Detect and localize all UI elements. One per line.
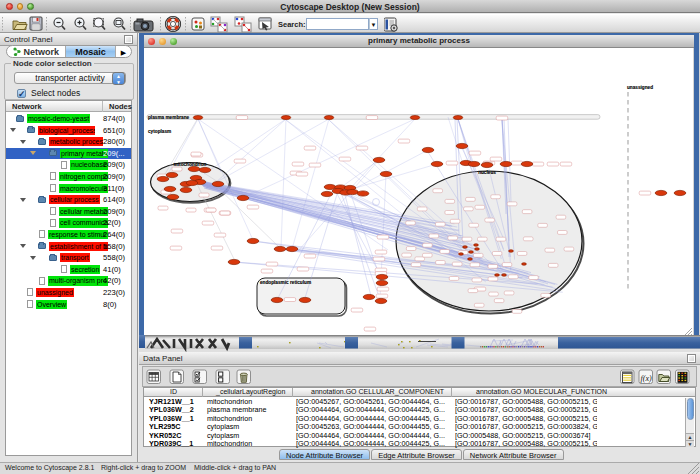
svg-text:plasma membrane: plasma membrane bbox=[148, 115, 190, 120]
svg-text:mitochondrion: mitochondrion bbox=[174, 162, 207, 167]
svg-text:unassigned: unassigned bbox=[627, 85, 653, 90]
svg-text:endoplasmic reticulum: endoplasmic reticulum bbox=[260, 280, 311, 285]
svg-text:f(x): f(x) bbox=[641, 374, 652, 383]
svg-text:nucleus: nucleus bbox=[478, 170, 496, 175]
svg-text:cytoplasm: cytoplasm bbox=[148, 129, 171, 134]
